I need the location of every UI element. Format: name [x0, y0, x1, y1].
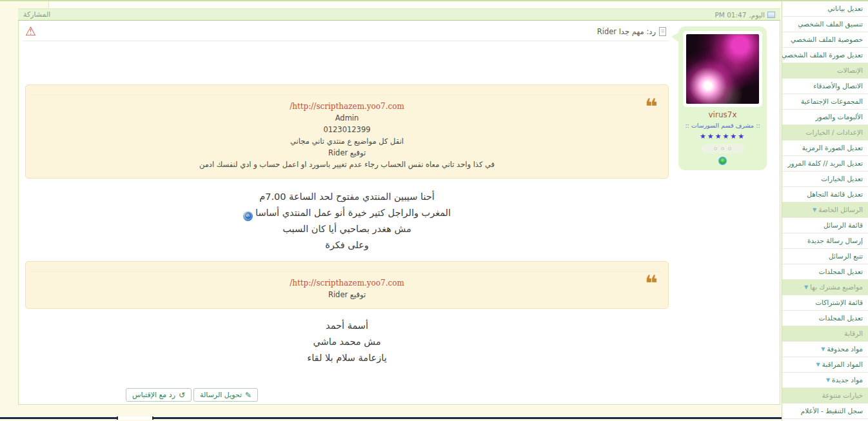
post-title-text: رد: مهم جدا Rider — [597, 27, 656, 36]
message-line-text: مش هغدر بصاحبي أيا كان السبب — [282, 224, 411, 234]
sidebar-item[interactable]: تنسيق الملف الشخصي — [782, 17, 868, 32]
sidebar-item[interactable]: خيارات متنوعة — [782, 388, 868, 404]
dot-icon — [714, 147, 717, 150]
sidebar-item[interactable]: الإعدادات / الخيارات — [782, 125, 868, 141]
quote-2-lines: توقيع Rider — [35, 289, 659, 300]
quoted-link[interactable]: /http://scripthazem.yoo7.com — [35, 277, 659, 289]
message-line: المغرب والراجل كتير خيرة أنو عمل المنتدي… — [25, 205, 669, 221]
sidebar-item-label: تنسيق الملف الشخصي — [798, 20, 863, 28]
sidebar-item[interactable]: الألبومات والصور — [782, 110, 868, 125]
post-title: رد: مهم جدا Rider — [597, 27, 666, 36]
message-line-text: المغرب والراجل كتير خيرة أنو عمل المنتدي… — [255, 208, 451, 218]
quote-header-divider — [31, 262, 663, 272]
sidebar-item-label: قائمة الرسائل — [824, 221, 863, 229]
sidebar-item-label: مواد محذوفة — [827, 345, 863, 353]
sidebar-item-label: تعديل الخيارات — [821, 175, 863, 182]
forum-usercp-page: { "header": { "section_title": "المشاركة… — [0, 0, 868, 421]
sidebar-item[interactable]: سجل التنقيط - الأعلام — [782, 404, 868, 419]
sidebar-item[interactable]: قائمة الرسائل — [782, 218, 868, 233]
edit-pencil-icon: ✎ — [245, 391, 252, 399]
sidebar-item-label: تعديل قائمة التجاهل — [807, 190, 863, 198]
sidebar-item[interactable]: الاتصال والأصدقاء — [782, 79, 868, 94]
user-rank-row: :: مشرف قسم السورسات :: — [683, 121, 762, 130]
sidebar-item-label: المجموعات الإجتماعية — [801, 97, 863, 105]
sidebar-item-label: الإتصالات — [837, 66, 863, 74]
sidebar-item[interactable]: تعديل قائمة التجاهل — [782, 187, 868, 202]
section-title: المشاركة — [23, 10, 50, 19]
sidebar-item-label: الاتصال والأصدقاء — [813, 82, 863, 90]
sidebar-item[interactable]: مواد محذوفة▼ — [782, 342, 868, 357]
sidebar-item[interactable]: تعديل المجلدات — [782, 264, 868, 280]
report-warning-icon[interactable]: ⚠ — [25, 25, 36, 37]
sidebar-item-label: تعديل المجلدات — [819, 314, 863, 322]
sidebar-item-label: تعديل صورة الملف الشخصي — [782, 51, 863, 59]
sidebar-item-label: تعديل المجلدات — [819, 268, 863, 275]
post-container: رد: مهم جدا Rider ⚠ virus7x :: مشرف قسم … — [18, 21, 780, 405]
sidebar-item[interactable]: تعديل بياناتي — [782, 1, 868, 17]
message-line: أسمة أحمد — [25, 318, 669, 334]
sidebar-item[interactable]: المواد المراقبة▼ — [782, 357, 868, 373]
sidebar-item[interactable]: تعديل الصورة الرمزية — [782, 141, 868, 156]
sidebar-item[interactable]: الإتصالات — [782, 63, 868, 79]
quoted-link[interactable]: /http://scripthazem.yoo7.com — [35, 101, 659, 112]
sidebar-item-label: مواد جديدة — [832, 376, 863, 384]
reply-with-quote-button[interactable]: ↺ رد مع الإقتباس — [126, 388, 192, 402]
sidebar-item-label: الرقابة — [844, 329, 863, 337]
quote-block-2: ❝ /http://scripthazem.yoo7.com توقيع Rid… — [25, 261, 669, 309]
sidebar-item-label: إرسال رسالة جديدة — [807, 237, 863, 244]
sidebar-item[interactable]: الرسائل الخاصة▼ — [782, 202, 868, 218]
sidebar-item[interactable]: مواد جديدة▼ — [782, 373, 868, 388]
quote-line: انقل كل مواضيع ع منتدي تاني مجاني — [35, 135, 659, 147]
username-link[interactable]: virus7x — [683, 110, 762, 119]
message-line: أحنا سيبين المنتدي مفتوح لحد الساعة 7.00… — [25, 189, 669, 205]
quote-line: 0123012399 — [35, 124, 659, 135]
user-stars: ★★★★★★ — [683, 132, 762, 141]
sidebar-item[interactable]: تتبع الرسائل — [782, 249, 868, 264]
sidebar-item-label: مواضيع مشترك بها — [810, 283, 863, 291]
user-rank-title: :: مشرف قسم السورسات :: — [685, 122, 760, 129]
post-header-row: رد: مهم جدا Rider ⚠ — [23, 22, 669, 41]
sidebar-item[interactable]: تعديل صورة الملف الشخصي — [782, 48, 868, 63]
sidebar-item-label: الإعدادات / الخيارات — [806, 128, 863, 136]
sidebar-item-label: تعديل الصورة الرمزية — [802, 144, 863, 152]
sidebar-item[interactable]: قائمة الإشتراكات — [782, 295, 868, 311]
user-info-panel: virus7x :: مشرف قسم السورسات :: ★★★★★★ — [678, 26, 767, 170]
sidebar-item[interactable]: المجموعات الإجتماعية — [782, 94, 868, 110]
message-text-block-2: أسمة أحمدمش محمد ماشييازعامة سلام بلا لق… — [25, 318, 669, 366]
message-line: مش هغدر بصاحبي أيا كان السبب — [25, 221, 669, 237]
message-line: يازعامة سلام بلا لقاء — [25, 350, 669, 366]
avatar[interactable] — [686, 34, 759, 104]
sidebar-item[interactable]: تعديل الخيارات — [782, 171, 868, 187]
sidebar-item[interactable]: الرقابة — [782, 326, 868, 342]
sidebar-item[interactable]: تعديل المجلدات — [782, 311, 868, 326]
quote-line: في كذا واحد تاني معاه نفس الحساب رجاء عد… — [35, 159, 659, 170]
post-document-icon — [659, 27, 666, 36]
post-section-bar: المشاركة اليوم, PM 01:47 — [18, 8, 780, 21]
calendar-icon — [767, 12, 775, 18]
message-line-text: أحنا سيبين المنتدي مفتوح لحد الساعة 7.00… — [259, 191, 435, 202]
sidebar-item[interactable]: إرسال رسالة جديدة — [782, 233, 868, 249]
sidebar-item-label: تعديل بياناتي — [827, 5, 863, 12]
clipped-top-element — [48, 1, 780, 8]
message-line-text: وعلى فكرة — [325, 240, 369, 250]
dot-icon — [728, 147, 731, 150]
message-line: وعلى فكرة — [25, 237, 669, 253]
reply-arrow-icon: ↺ — [179, 391, 185, 399]
sidebar-item[interactable]: خصوصية الملف الشخصي — [782, 32, 868, 48]
date-label: اليوم, — [749, 11, 765, 19]
forward-message-button[interactable]: ✎ تحويل الرسالة — [193, 388, 258, 402]
sidebar-item-label: تعديل البريد // كلمة المرور — [787, 159, 863, 167]
usercp-sidebar: تعديل بياناتي تنسيق الملف الشخصي خصوصية … — [782, 1, 868, 421]
chevron-down-icon: ▼ — [813, 207, 816, 213]
online-status-icon — [718, 157, 727, 165]
quote-mark-icon: ❝ — [645, 95, 658, 117]
sidebar-item[interactable]: مواضيع مشترك بها▼ — [782, 280, 868, 295]
sidebar-item-label: الرسائل الخاصة — [818, 206, 863, 213]
dot-icon — [721, 147, 724, 150]
time-label: PM 01:47 — [715, 11, 746, 19]
post-datetime: اليوم, PM 01:47 — [715, 11, 775, 19]
post-message-body: ❝ /http://scripthazem.yoo7.com Admin0123… — [25, 84, 669, 366]
sidebar-item[interactable]: تعديل البريد // كلمة المرور — [782, 156, 868, 171]
user-options-pill[interactable] — [702, 144, 744, 153]
quote-block-1: ❝ /http://scripthazem.yoo7.com Admin0123… — [25, 84, 669, 179]
